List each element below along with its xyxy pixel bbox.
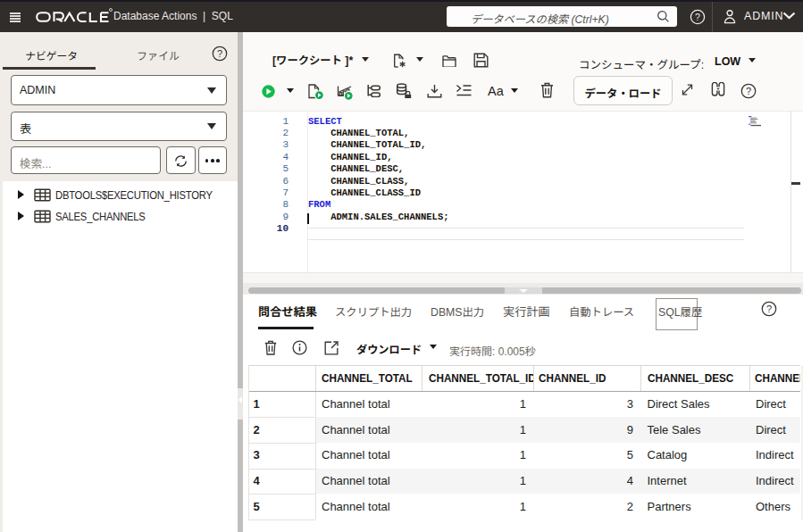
svg-text:?: ? — [695, 12, 700, 22]
svg-text:?: ? — [217, 48, 222, 59]
svg-text:?: ? — [766, 303, 772, 314]
svg-text:?: ? — [746, 86, 751, 96]
